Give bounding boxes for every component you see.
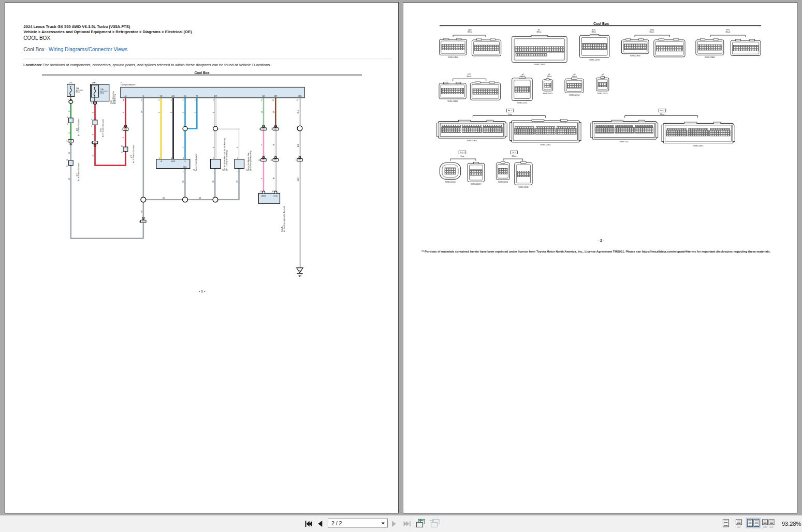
svg-text:93.28%: 93.28%	[782, 521, 801, 527]
svg-text:2 / 2: 2 / 2	[331, 520, 342, 526]
